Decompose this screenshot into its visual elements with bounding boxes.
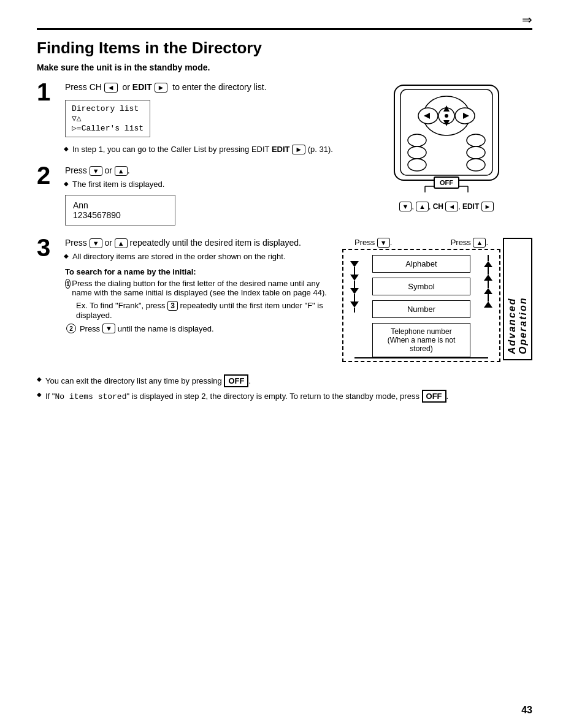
directory-list-display: Directory list ▽△ ▷=Caller's list [65,100,150,137]
display-name: Ann [73,200,167,210]
bottom-line [354,357,488,358]
flow-box-number: Number [372,300,470,318]
flow-box-symbol: Symbol [372,278,470,295]
flow-chart-main: Press ▼. Press ▲. [342,238,500,362]
flow-inner: Alphabet Symbol Number Telephone number(… [348,255,494,357]
step1-note: In step 1, you can go to the Caller List… [72,145,354,154]
bottom-notes: You can exit the directory list any time… [37,374,532,403]
down-key-search: ▼ [102,324,115,333]
step1-content: Press CH ◄ or EDIT ► to enter the direct… [65,82,354,157]
svg-point-15 [408,159,426,171]
bottom-note-2: If "No items stored" is displayed in ste… [37,390,532,403]
step3-section: 3 Press ▼ or ▲ repeatedly until the desi… [37,238,532,362]
svg-point-6 [445,114,448,118]
flow-dashed: Alphabet Symbol Number Telephone number(… [342,249,500,362]
arrow-down-4 [350,301,359,308]
circled-2: 2 [66,324,76,333]
arrow-down-2 [350,275,359,281]
svg-point-12 [467,134,485,146]
flow-box-telephone: Telephone number(When a name is not stor… [372,323,470,357]
search-title: To search for a name by the initial: [65,267,336,276]
adv-op-container: Advanced Operation [503,238,532,360]
step2-row: 2 Press ▼ or ▲. The first item is displa… [37,165,354,229]
step2-text: Press ▼ or ▲. [65,165,354,176]
step3-content: Press ▼ or ▲ repeatedly until the desire… [65,238,336,333]
ch-key: ◄ [104,83,118,93]
off-key-2: OFF [422,390,446,403]
down-label: ▼ [399,202,412,211]
off-key-1: OFF [224,374,248,387]
left-arrows [348,255,361,313]
subtitle: Make sure the unit is in the standby mod… [37,63,532,72]
circled-1: 1 [65,279,71,289]
ann-display: Ann 1234567890 [65,195,175,226]
flow-box-alphabet: Alphabet [372,255,470,273]
flow-boxes: Alphabet Symbol Number Telephone number(… [372,255,470,357]
display-number: 1234567890 [73,210,167,220]
search-item-2: 2 Press ▼ until the name is displayed. [66,324,336,333]
arrow-down-3 [350,288,359,294]
search-section: To search for a name by the initial: 1 P… [65,267,336,333]
up-key-step2: ▲ [115,166,128,176]
search-ex: Ex. To find "Frank", press 3 repeatedly … [76,301,336,320]
phone-diagram-area: OFF ▼, ▲, CH ◄, EDIT ► [361,82,532,216]
press-down-key: ▼ [377,238,390,248]
search-1-text: Press the dialing button for the first l… [72,279,336,297]
edit-arrow-key: ► [155,83,168,93]
top-line [37,28,532,30]
step3-text: Press ▼ or ▲ repeatedly until the desire… [65,238,336,248]
svg-point-11 [408,134,426,146]
svg-text:OFF: OFF [440,179,453,186]
ch-label: ◄ [445,202,458,211]
edit-note-key: ► [292,145,305,154]
arrow-up-3 [484,288,492,294]
step1-section: 1 Press CH ◄ or EDIT ► to enter the dire… [37,82,532,238]
right-arrows [482,255,494,313]
step1-number: 1 [37,80,60,104]
arrow-down-1 [350,261,359,267]
phone-svg: OFF [376,82,517,202]
down-key-step3: ▼ [90,238,102,248]
step2-note: The first item is displayed. [72,180,354,189]
down-key-step2: ▼ [90,166,102,176]
page-number: 43 [521,705,532,716]
arrow-up-1 [484,261,492,267]
svg-point-13 [408,146,426,159]
no-items-code: No items stored [55,392,126,401]
step1-row: 1 Press CH ◄ or EDIT ► to enter the dire… [37,82,354,157]
edit-label: ► [481,202,494,211]
page: ⇒ Finding Items in the Directory Make su… [0,0,563,728]
arrow-up-4 [484,301,492,308]
flow-diagram-area: Press ▼. Press ▲. [342,238,532,362]
svg-point-14 [467,146,485,159]
step2-number: 2 [37,163,60,188]
up-label: ▲ [416,202,429,211]
search-item-1: 1 Press the dialing button for the first… [65,279,336,297]
advanced-operation-label: Advanced Operation [503,238,532,360]
press-up-key: ▲ [473,238,486,248]
step3-row: 3 Press ▼ or ▲ repeatedly until the desi… [37,238,336,333]
step3-note: All directory items are stored in the or… [72,252,336,261]
svg-point-16 [467,159,485,171]
key-3: 3 [167,301,178,311]
press-labels: Press ▼. Press ▲. [342,238,500,248]
bottom-note-1: You can exit the directory list any time… [37,374,532,387]
key-labels: ▼, ▲, CH ◄, EDIT ► [399,202,494,211]
page-title: Finding Items in the Directory [37,39,532,58]
top-arrow: ⇒ [37,12,532,27]
arrow-up-2 [484,275,492,281]
step1-text: Press CH ◄ or EDIT ► to enter the direct… [65,82,354,93]
up-key-step3: ▲ [115,238,128,248]
step3-number: 3 [37,235,60,260]
step2-content: Press ▼ or ▲. The first item is displaye… [65,165,354,229]
